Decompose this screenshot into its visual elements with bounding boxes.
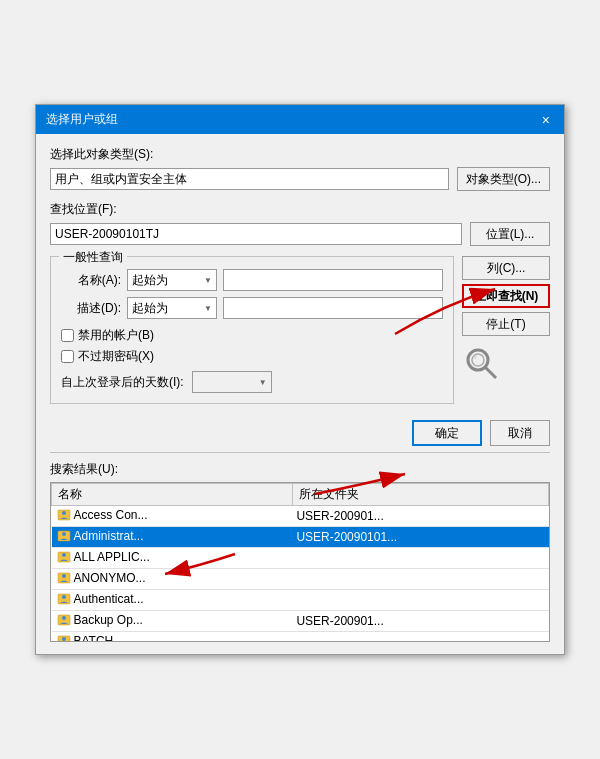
days-label: 自上次登录后的天数(I):: [61, 374, 184, 391]
results-label: 搜索结果(U):: [50, 461, 550, 478]
no-expire-password-label: 不过期密码(X): [78, 348, 154, 365]
row-name: ALL APPLIC...: [52, 548, 293, 569]
name-combo-value: 起始为: [132, 272, 168, 289]
row-name: Authenticat...: [52, 590, 293, 611]
list-columns-button[interactable]: 列(C)...: [462, 256, 550, 280]
desc-combo-arrow: ▼: [204, 304, 212, 313]
row-name: ANONYMO...: [52, 569, 293, 590]
object-type-button[interactable]: 对象类型(O)...: [457, 167, 550, 191]
svg-point-20: [62, 637, 66, 641]
search-icon-area: [462, 344, 502, 384]
location-button[interactable]: 位置(L)...: [470, 222, 550, 246]
row-folder: [292, 632, 548, 643]
svg-point-12: [62, 553, 66, 557]
magnifier-icon: [464, 346, 500, 382]
table-row[interactable]: ANONYMO...: [52, 569, 549, 590]
general-query-group: 一般性查询 名称(A): 起始为 ▼ 描述(D):: [50, 256, 454, 404]
desc-combo[interactable]: 起始为 ▼: [127, 297, 217, 319]
object-type-label: 选择此对象类型(S):: [50, 146, 550, 163]
location-field[interactable]: [50, 223, 462, 245]
disabled-account-label: 禁用的帐户(B): [78, 327, 154, 344]
name-combo-arrow: ▼: [204, 276, 212, 285]
row-name: Administrat...: [52, 527, 293, 548]
row-folder: [292, 590, 548, 611]
group-box-title: 一般性查询: [59, 249, 127, 266]
svg-point-18: [62, 616, 66, 620]
table-row[interactable]: Access Con...USER-200901...: [52, 506, 549, 527]
col-folder-header: 所在文件夹: [292, 484, 548, 506]
row-folder: USER-200901...: [292, 506, 548, 527]
disabled-account-checkbox[interactable]: [61, 329, 74, 342]
results-section: 搜索结果(U): 名称 所在文件夹 Access Con...USER-2009…: [50, 452, 550, 642]
table-row[interactable]: Authenticat...: [52, 590, 549, 611]
title-bar: 选择用户或组 ×: [36, 105, 564, 134]
row-folder: [292, 548, 548, 569]
name-label: 名称(A):: [61, 272, 121, 289]
desc-label: 描述(D):: [61, 300, 121, 317]
results-container[interactable]: 名称 所在文件夹 Access Con...USER-200901...Admi…: [50, 482, 550, 642]
row-name: BATCH: [52, 632, 293, 643]
name-input[interactable]: [223, 269, 443, 291]
row-folder: [292, 569, 548, 590]
svg-point-6: [473, 355, 477, 359]
row-name: Backup Op...: [52, 611, 293, 632]
table-row[interactable]: Backup Op...USER-200901...: [52, 611, 549, 632]
results-table: 名称 所在文件夹 Access Con...USER-200901...Admi…: [51, 483, 549, 642]
no-expire-password-checkbox[interactable]: [61, 350, 74, 363]
table-row[interactable]: Administrat...USER-20090101...: [52, 527, 549, 548]
table-row[interactable]: BATCH: [52, 632, 549, 643]
ok-button[interactable]: 确定: [412, 420, 482, 446]
location-label: 查找位置(F):: [50, 201, 550, 218]
row-folder: USER-200901...: [292, 611, 548, 632]
col-name-header: 名称: [52, 484, 293, 506]
svg-point-16: [62, 595, 66, 599]
stop-button[interactable]: 停止(T): [462, 312, 550, 336]
desc-input[interactable]: [223, 297, 443, 319]
row-folder: USER-20090101...: [292, 527, 548, 548]
cancel-button[interactable]: 取消: [490, 420, 550, 446]
dialog-title: 选择用户或组: [46, 111, 118, 128]
svg-point-8: [62, 511, 66, 515]
close-button[interactable]: ×: [538, 112, 554, 128]
svg-point-10: [62, 532, 66, 536]
name-combo[interactable]: 起始为 ▼: [127, 269, 217, 291]
object-type-field[interactable]: [50, 168, 449, 190]
days-combo-arrow: ▼: [259, 378, 267, 387]
search-now-button[interactable]: 立即查找(N): [462, 284, 550, 308]
days-combo[interactable]: ▼: [192, 371, 272, 393]
row-name: Access Con...: [52, 506, 293, 527]
table-row[interactable]: ALL APPLIC...: [52, 548, 549, 569]
select-user-dialog: 选择用户或组 × 选择此对象类型(S): 对象类型(O)... 查找位置(F):…: [35, 104, 565, 655]
svg-point-14: [62, 574, 66, 578]
svg-line-4: [485, 367, 496, 378]
desc-combo-value: 起始为: [132, 300, 168, 317]
